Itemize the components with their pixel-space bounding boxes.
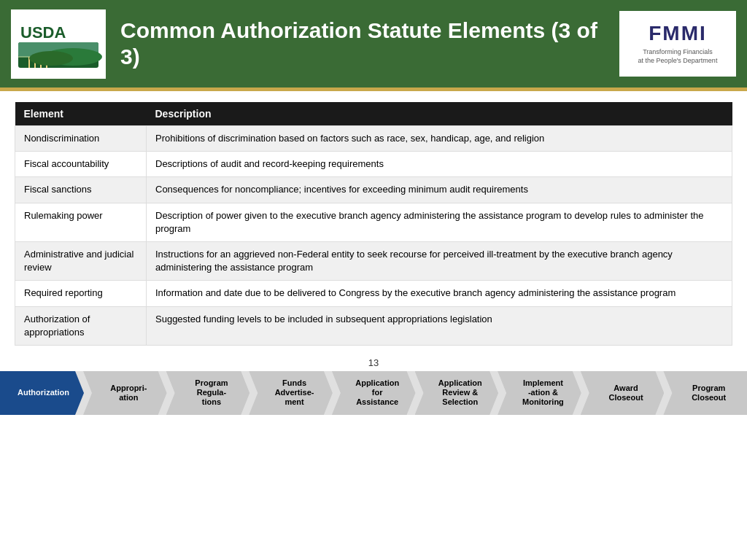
elements-table: Element Description NondiscriminationPro… — [15, 102, 732, 346]
description-cell: Instructions for an aggrieved non-Federa… — [147, 241, 732, 280]
element-cell: Nondiscrimination — [15, 126, 147, 152]
col-element-header: Element — [15, 102, 147, 126]
svg-text:USDA: USDA — [20, 23, 66, 42]
nav-program-closeout[interactable]: ProgramCloseout — [663, 371, 747, 415]
nav-funds-advertisement[interactable]: FundsAdvertise-ment — [249, 371, 333, 415]
table-row: Fiscal sanctionsConsequences for noncomp… — [15, 177, 732, 203]
description-cell: Prohibitions of discrimination based on … — [147, 126, 732, 152]
description-cell: Consequences for noncompliance; incentiv… — [147, 177, 732, 203]
fmmi-logo: FMMI Transforming Financialsat the Peopl… — [619, 11, 736, 77]
table-row: Administrative and judicial reviewInstru… — [15, 241, 732, 280]
element-cell: Fiscal sanctions — [15, 177, 147, 203]
table-row: Fiscal accountabilityDescriptions of aud… — [15, 152, 732, 177]
table-row: Required reportingInformation and date d… — [15, 281, 732, 306]
table-row: Rulemaking powerDescription of power giv… — [15, 203, 732, 241]
element-cell: Administrative and judicial review — [15, 241, 147, 280]
header: USDA Common Authorization Statute Elemen… — [0, 0, 747, 88]
header-title: Common Authorization Statute Elements (3… — [120, 18, 619, 70]
element-cell: Fiscal accountability — [15, 152, 147, 177]
description-cell: Descriptions of audit and record-keeping… — [147, 152, 732, 177]
table-area: Element Description NondiscriminationPro… — [0, 91, 747, 353]
nav-authorization[interactable]: Authorization — [0, 371, 84, 415]
description-cell: Description of power given to the execut… — [147, 203, 732, 241]
svg-point-9 — [29, 51, 73, 66]
element-cell: Rulemaking power — [15, 203, 147, 241]
nav-implementation-monitoring[interactable]: Implement-ation &Monitoring — [498, 371, 581, 415]
nav-award-closeout[interactable]: AwardCloseout — [581, 371, 665, 415]
nav-program-regulations[interactable]: ProgramRegula-tions — [166, 371, 250, 415]
page-number: 13 — [0, 353, 747, 371]
fmmi-logo-text: FMMI — [649, 22, 707, 45]
table-row: NondiscriminationProhibitions of discrim… — [15, 126, 732, 152]
nav-application-review-selection[interactable]: ApplicationReview &Selection — [415, 371, 499, 415]
element-cell: Required reporting — [15, 281, 147, 306]
nav-appropriation[interactable]: Appropri-ation — [83, 371, 167, 415]
table-row: Authorization of appropriationsSuggested… — [15, 306, 732, 345]
fmmi-logo-subtitle: Transforming Financialsat the People's D… — [638, 48, 718, 65]
col-description-header: Description — [147, 102, 732, 126]
bottom-nav: Authorization Appropri-ation ProgramRegu… — [0, 371, 747, 415]
description-cell: Suggested funding levels to be included … — [147, 306, 732, 345]
usda-logo: USDA — [11, 9, 106, 79]
description-cell: Information and date due to be delivered… — [147, 281, 732, 306]
element-cell: Authorization of appropriations — [15, 306, 147, 345]
nav-application-for-assistance[interactable]: ApplicationforAssistance — [332, 371, 416, 415]
